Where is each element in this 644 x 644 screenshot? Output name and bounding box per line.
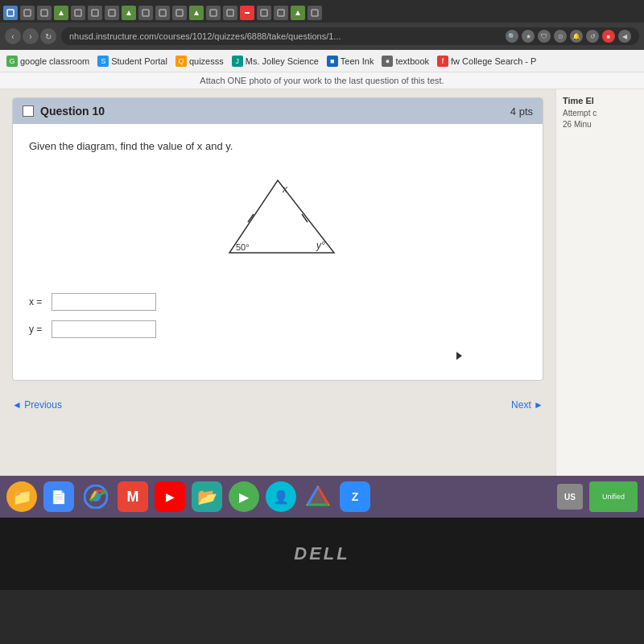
question-header: Question 10 4 pts xyxy=(13,98,543,124)
main-content: Question 10 4 pts Given the diagram, fin… xyxy=(0,89,644,476)
nav-buttons: ‹ › ↻ xyxy=(5,28,56,44)
svg-text:50°: 50° xyxy=(236,242,250,252)
x-input[interactable] xyxy=(52,293,156,311)
svg-text:x: x xyxy=(282,184,288,195)
refresh-button[interactable]: ↻ xyxy=(40,28,56,44)
tab-icon-16[interactable] xyxy=(257,6,271,20)
taskbar-zoom-icon[interactable]: Z xyxy=(340,481,370,512)
shield-icon: 🛡 xyxy=(538,30,551,43)
question-body: Given the diagram, find the value of x a… xyxy=(13,124,543,380)
notifications-icon: 🔔 xyxy=(570,30,583,43)
taskbar-notification-icon[interactable]: Unified xyxy=(589,481,638,512)
y-answer-row: y = xyxy=(29,320,526,338)
tab-icon-12[interactable] xyxy=(189,6,204,20)
question-text: Given the diagram, find the value of x a… xyxy=(29,140,526,152)
svg-marker-24 xyxy=(308,487,328,505)
tab-icon-5[interactable] xyxy=(71,6,85,20)
tab-icon-1[interactable] xyxy=(3,6,18,20)
previous-button[interactable]: ◄ Previous xyxy=(12,399,62,411)
sync-icon[interactable]: ↺ xyxy=(586,30,599,43)
question-checkbox[interactable] xyxy=(23,105,34,117)
taskbar-docs-wrapper: 📄 xyxy=(43,481,74,512)
forward-button[interactable]: › xyxy=(23,28,39,44)
svg-rect-6 xyxy=(142,10,149,16)
svg-rect-0 xyxy=(7,10,14,16)
tab-icon-3[interactable] xyxy=(37,6,52,20)
taskbar-gmail-wrapper: M xyxy=(118,481,148,512)
mouse-cursor xyxy=(456,352,462,360)
question-title: Question 10 xyxy=(23,105,105,118)
notification-text: Attach ONE photo of your work to the las… xyxy=(200,76,444,85)
menu-icon[interactable]: ■ xyxy=(602,30,615,43)
y-input[interactable] xyxy=(52,320,156,338)
svg-rect-11 xyxy=(245,12,250,14)
question-card: Question 10 4 pts Given the diagram, fin… xyxy=(12,97,543,381)
taskbar-us-icon[interactable]: US xyxy=(557,484,583,510)
svg-rect-12 xyxy=(261,10,267,16)
google-classroom-icon: G xyxy=(6,56,18,67)
bookmark-label-textbook: textbook xyxy=(395,56,429,66)
svg-text:y°: y° xyxy=(316,240,325,251)
x-answer-row: x = xyxy=(29,293,526,311)
ext-icon[interactable]: ◀ xyxy=(618,30,631,43)
triangle-diagram: x 50° y° xyxy=(205,168,350,273)
taskbar: 📁 📄 M ▶ 📂 ▶ 👤 xyxy=(0,476,644,518)
back-button[interactable]: ‹ xyxy=(5,28,21,44)
side-panel-attempt: Attempt c xyxy=(563,108,638,119)
tab-icon-6[interactable] xyxy=(88,6,102,20)
diagram-container: x 50° y° xyxy=(29,168,526,273)
quizesss-icon: Q xyxy=(175,56,187,67)
address-icons: 🔍 ★ 🛡 ⊙ 🔔 ↺ ■ ◀ xyxy=(506,30,631,43)
tab-icon-17[interactable] xyxy=(274,6,288,20)
bookmark-student-portal[interactable]: S Student Portal xyxy=(97,56,167,67)
next-button[interactable]: Next ► xyxy=(511,399,543,411)
taskbar-files2-icon[interactable]: 📂 xyxy=(192,481,222,512)
taskbar-drive-icon[interactable] xyxy=(303,481,333,512)
tab-icon-9[interactable] xyxy=(138,6,153,20)
bookmark-quizesss[interactable]: Q quizesss xyxy=(175,56,224,67)
tab-icon-7[interactable] xyxy=(105,6,119,20)
bookmark-label-student-portal: Student Portal xyxy=(111,56,167,66)
student-portal-icon: S xyxy=(97,56,109,67)
x-label: x = xyxy=(29,296,45,308)
tab-icon-15[interactable] xyxy=(240,6,254,20)
bookmark-teen-ink[interactable]: ■ Teen Ink xyxy=(327,56,374,67)
taskbar-meet-wrapper: 👤 xyxy=(266,481,296,512)
tab-icon-14[interactable] xyxy=(223,6,237,20)
bookmark-label-quizesss: quizesss xyxy=(189,56,224,66)
address-text: nhusd.instructure.com/courses/1012/quizz… xyxy=(69,31,341,41)
tab-icon-18[interactable] xyxy=(291,6,305,20)
notification-bar: Attach ONE photo of your work to the las… xyxy=(0,72,644,89)
tab-icon-4[interactable] xyxy=(54,6,68,20)
bookmark-ms-jolley[interactable]: J Ms. Jolley Science xyxy=(232,56,319,67)
bookmark-google-classroom[interactable]: G google classroom xyxy=(6,56,89,67)
side-panel-title: Time El xyxy=(563,96,638,105)
taskbar-chrome-icon[interactable] xyxy=(80,481,111,512)
svg-rect-13 xyxy=(278,10,284,16)
laptop-bottom: DELL xyxy=(0,518,644,590)
taskbar-play-icon[interactable]: ▶ xyxy=(229,481,259,512)
tab-icon-11[interactable] xyxy=(172,6,187,20)
taskbar-meet-icon[interactable]: 👤 xyxy=(266,481,296,512)
taskbar-files-icon[interactable]: 📁 xyxy=(6,481,37,512)
svg-rect-9 xyxy=(210,10,217,16)
tab-bar xyxy=(0,0,644,23)
question-pts: 4 pts xyxy=(510,105,533,118)
address-bar[interactable]: nhusd.instructure.com/courses/1012/quizz… xyxy=(61,27,639,45)
bookmark-textbook[interactable]: ● textbook xyxy=(382,56,429,67)
tab-icon-2[interactable] xyxy=(20,6,35,20)
star-icon[interactable]: ★ xyxy=(522,30,535,43)
tab-icon-19[interactable] xyxy=(308,6,322,20)
tab-icon-10[interactable] xyxy=(155,6,170,20)
bookmark-label-college-search: fw College Search - P xyxy=(451,56,536,66)
tab-icon-8[interactable] xyxy=(122,6,136,20)
svg-rect-3 xyxy=(75,10,81,16)
search-icon[interactable]: 🔍 xyxy=(506,30,518,43)
taskbar-gmail-icon[interactable]: M xyxy=(118,481,148,512)
bookmark-college-search[interactable]: f fw College Search - P xyxy=(437,56,536,67)
taskbar-youtube-icon[interactable]: ▶ xyxy=(155,481,185,512)
taskbar-docs-icon[interactable]: 📄 xyxy=(43,481,74,512)
taskbar-drive-wrapper xyxy=(303,481,333,512)
textbook-icon: ● xyxy=(382,56,393,67)
tab-icon-13[interactable] xyxy=(206,6,221,20)
